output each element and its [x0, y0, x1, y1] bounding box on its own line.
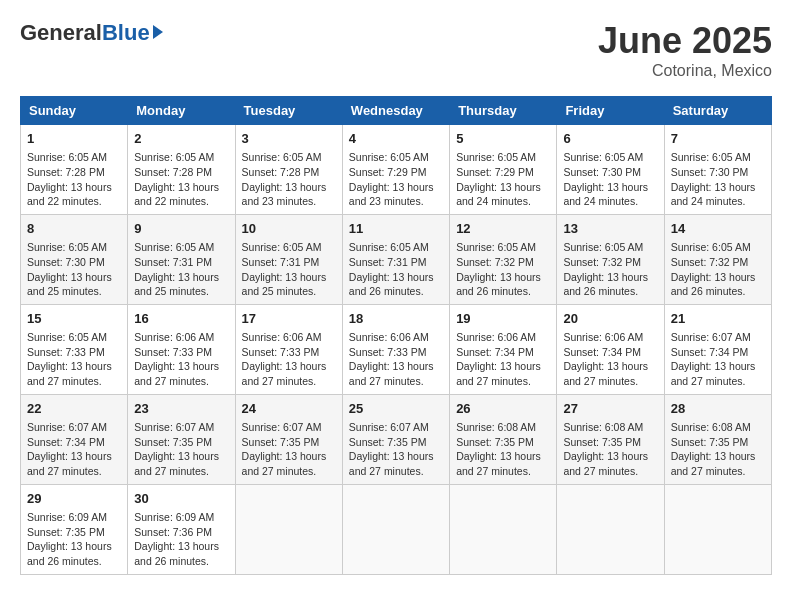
day-number: 11	[349, 220, 443, 238]
day-number: 13	[563, 220, 657, 238]
daylight-text: Daylight: 13 hours and 24 minutes.	[563, 181, 648, 208]
sunset-text: Sunset: 7:35 PM	[456, 436, 534, 448]
day-number: 28	[671, 400, 765, 418]
sunset-text: Sunset: 7:32 PM	[671, 256, 749, 268]
sunset-text: Sunset: 7:34 PM	[563, 346, 641, 358]
day-number: 14	[671, 220, 765, 238]
calendar-table: Sunday Monday Tuesday Wednesday Thursday…	[20, 96, 772, 575]
daylight-text: Daylight: 13 hours and 27 minutes.	[349, 450, 434, 477]
day-number: 7	[671, 130, 765, 148]
daylight-text: Daylight: 13 hours and 25 minutes.	[134, 271, 219, 298]
day-number: 17	[242, 310, 336, 328]
daylight-text: Daylight: 13 hours and 22 minutes.	[27, 181, 112, 208]
day-number: 1	[27, 130, 121, 148]
daylight-text: Daylight: 13 hours and 27 minutes.	[349, 360, 434, 387]
table-row: 14Sunrise: 6:05 AMSunset: 7:32 PMDayligh…	[664, 214, 771, 304]
sunrise-text: Sunrise: 6:07 AM	[242, 421, 322, 433]
sunrise-text: Sunrise: 6:05 AM	[134, 241, 214, 253]
sunrise-text: Sunrise: 6:05 AM	[242, 241, 322, 253]
page-header: General Blue June 2025 Cotorina, Mexico	[20, 20, 772, 80]
table-row: 4Sunrise: 6:05 AMSunset: 7:29 PMDaylight…	[342, 125, 449, 215]
calendar-row: 22Sunrise: 6:07 AMSunset: 7:34 PMDayligh…	[21, 394, 772, 484]
daylight-text: Daylight: 13 hours and 25 minutes.	[242, 271, 327, 298]
col-saturday: Saturday	[664, 97, 771, 125]
sunrise-text: Sunrise: 6:05 AM	[134, 151, 214, 163]
sunset-text: Sunset: 7:35 PM	[242, 436, 320, 448]
table-row	[664, 484, 771, 574]
sunrise-text: Sunrise: 6:05 AM	[349, 151, 429, 163]
day-number: 5	[456, 130, 550, 148]
sunrise-text: Sunrise: 6:05 AM	[563, 151, 643, 163]
daylight-text: Daylight: 13 hours and 27 minutes.	[27, 360, 112, 387]
table-row: 16Sunrise: 6:06 AMSunset: 7:33 PMDayligh…	[128, 304, 235, 394]
sunset-text: Sunset: 7:35 PM	[563, 436, 641, 448]
sunrise-text: Sunrise: 6:07 AM	[349, 421, 429, 433]
sunrise-text: Sunrise: 6:08 AM	[563, 421, 643, 433]
logo-general-text: General	[20, 20, 102, 46]
sunrise-text: Sunrise: 6:06 AM	[349, 331, 429, 343]
sunset-text: Sunset: 7:31 PM	[134, 256, 212, 268]
daylight-text: Daylight: 13 hours and 27 minutes.	[242, 450, 327, 477]
calendar-row: 1Sunrise: 6:05 AMSunset: 7:28 PMDaylight…	[21, 125, 772, 215]
sunset-text: Sunset: 7:35 PM	[134, 436, 212, 448]
day-number: 10	[242, 220, 336, 238]
sunset-text: Sunset: 7:29 PM	[349, 166, 427, 178]
day-number: 26	[456, 400, 550, 418]
sunrise-text: Sunrise: 6:07 AM	[671, 331, 751, 343]
sunset-text: Sunset: 7:34 PM	[671, 346, 749, 358]
table-row: 27Sunrise: 6:08 AMSunset: 7:35 PMDayligh…	[557, 394, 664, 484]
sunset-text: Sunset: 7:32 PM	[563, 256, 641, 268]
sunset-text: Sunset: 7:28 PM	[242, 166, 320, 178]
sunrise-text: Sunrise: 6:09 AM	[27, 511, 107, 523]
table-row: 11Sunrise: 6:05 AMSunset: 7:31 PMDayligh…	[342, 214, 449, 304]
sunset-text: Sunset: 7:35 PM	[27, 526, 105, 538]
col-wednesday: Wednesday	[342, 97, 449, 125]
table-row: 30Sunrise: 6:09 AMSunset: 7:36 PMDayligh…	[128, 484, 235, 574]
sunrise-text: Sunrise: 6:06 AM	[242, 331, 322, 343]
daylight-text: Daylight: 13 hours and 27 minutes.	[456, 360, 541, 387]
table-row	[557, 484, 664, 574]
sunset-text: Sunset: 7:33 PM	[349, 346, 427, 358]
daylight-text: Daylight: 13 hours and 27 minutes.	[671, 450, 756, 477]
day-number: 18	[349, 310, 443, 328]
sunset-text: Sunset: 7:34 PM	[456, 346, 534, 358]
table-row: 3Sunrise: 6:05 AMSunset: 7:28 PMDaylight…	[235, 125, 342, 215]
sunrise-text: Sunrise: 6:08 AM	[456, 421, 536, 433]
table-row: 28Sunrise: 6:08 AMSunset: 7:35 PMDayligh…	[664, 394, 771, 484]
month-title: June 2025	[598, 20, 772, 62]
day-number: 6	[563, 130, 657, 148]
day-number: 20	[563, 310, 657, 328]
sunrise-text: Sunrise: 6:05 AM	[456, 241, 536, 253]
table-row	[450, 484, 557, 574]
day-number: 27	[563, 400, 657, 418]
daylight-text: Daylight: 13 hours and 26 minutes.	[27, 540, 112, 567]
sunset-text: Sunset: 7:35 PM	[349, 436, 427, 448]
sunset-text: Sunset: 7:30 PM	[671, 166, 749, 178]
sunrise-text: Sunrise: 6:05 AM	[456, 151, 536, 163]
table-row: 6Sunrise: 6:05 AMSunset: 7:30 PMDaylight…	[557, 125, 664, 215]
logo-blue-text: Blue	[102, 20, 150, 46]
sunset-text: Sunset: 7:28 PM	[134, 166, 212, 178]
sunset-text: Sunset: 7:33 PM	[242, 346, 320, 358]
table-row: 22Sunrise: 6:07 AMSunset: 7:34 PMDayligh…	[21, 394, 128, 484]
daylight-text: Daylight: 13 hours and 23 minutes.	[242, 181, 327, 208]
location-subtitle: Cotorina, Mexico	[598, 62, 772, 80]
col-tuesday: Tuesday	[235, 97, 342, 125]
day-number: 3	[242, 130, 336, 148]
table-row: 21Sunrise: 6:07 AMSunset: 7:34 PMDayligh…	[664, 304, 771, 394]
table-row: 24Sunrise: 6:07 AMSunset: 7:35 PMDayligh…	[235, 394, 342, 484]
table-row: 25Sunrise: 6:07 AMSunset: 7:35 PMDayligh…	[342, 394, 449, 484]
daylight-text: Daylight: 13 hours and 22 minutes.	[134, 181, 219, 208]
calendar-header-row: Sunday Monday Tuesday Wednesday Thursday…	[21, 97, 772, 125]
sunset-text: Sunset: 7:28 PM	[27, 166, 105, 178]
table-row: 5Sunrise: 6:05 AMSunset: 7:29 PMDaylight…	[450, 125, 557, 215]
table-row: 8Sunrise: 6:05 AMSunset: 7:30 PMDaylight…	[21, 214, 128, 304]
day-number: 25	[349, 400, 443, 418]
sunrise-text: Sunrise: 6:05 AM	[242, 151, 322, 163]
daylight-text: Daylight: 13 hours and 27 minutes.	[27, 450, 112, 477]
day-number: 29	[27, 490, 121, 508]
sunset-text: Sunset: 7:30 PM	[27, 256, 105, 268]
sunset-text: Sunset: 7:35 PM	[671, 436, 749, 448]
day-number: 30	[134, 490, 228, 508]
sunrise-text: Sunrise: 6:05 AM	[27, 331, 107, 343]
